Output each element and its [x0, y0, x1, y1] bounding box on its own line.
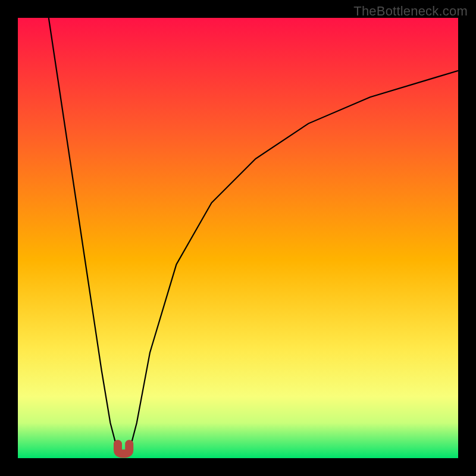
chart-frame: TheBottleneck.com [0, 0, 476, 476]
watermark-text: TheBottleneck.com [353, 4, 468, 19]
gradient-background [18, 18, 458, 458]
plot-svg [18, 18, 458, 458]
plot-area [18, 18, 458, 458]
